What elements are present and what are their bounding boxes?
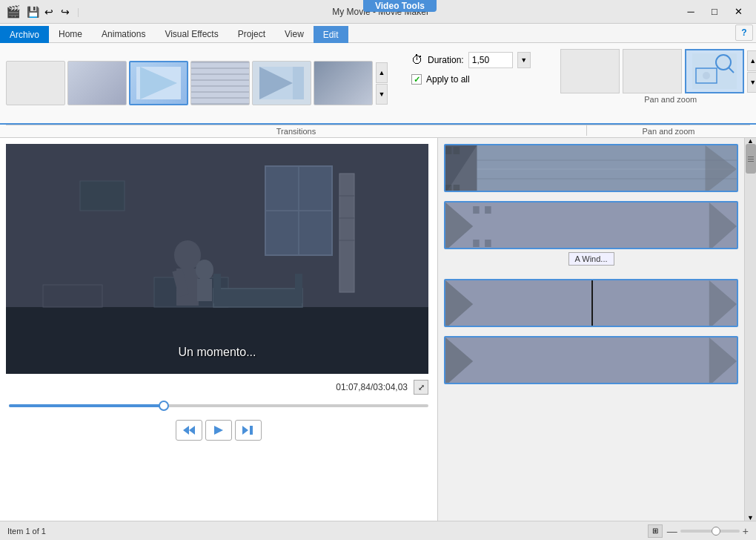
transition-none[interactable]	[6, 61, 65, 105]
svg-point-9	[703, 72, 710, 79]
scrollbar-down-arrow[interactable]: ▼	[745, 515, 756, 521]
ribbon-labels: Transitions Pan and zoom	[0, 125, 756, 138]
apply-all-checkbox[interactable]: ✓	[411, 74, 422, 85]
svg-rect-42	[445, 147, 451, 154]
status-text: Item 1 of 1	[7, 527, 642, 536]
panzoom-option2[interactable]	[623, 49, 682, 93]
svg-rect-45	[454, 185, 460, 192]
transition-selected[interactable]	[129, 61, 188, 105]
panzoom-selected[interactable]	[685, 49, 744, 93]
playhead-line	[591, 279, 593, 327]
progress-track[interactable]	[9, 404, 428, 407]
help-button[interactable]: ?	[735, 24, 753, 41]
scrollbar-up-arrow[interactable]: ▲	[745, 138, 756, 144]
status-bar: Item 1 of 1 ⊞ — +	[0, 521, 756, 540]
ribbon-scroll-down[interactable]: ▼	[376, 84, 388, 105]
status-grid-button[interactable]: ⊞	[648, 524, 663, 538]
quick-access-toolbar: 💾 ↩ ↪ |	[25, 4, 82, 19]
clip-bg-4	[445, 338, 737, 383]
video-scene	[6, 144, 428, 374]
scrollbar-thumb[interactable]	[746, 144, 756, 174]
duration-input[interactable]	[468, 52, 513, 68]
svg-rect-44	[454, 147, 460, 154]
svg-rect-26	[213, 274, 221, 303]
duration-dropdown[interactable]: ▼	[517, 52, 531, 68]
status-icons: ⊞ — +	[648, 524, 749, 538]
forward-button[interactable]	[235, 420, 262, 441]
panzoom-thumbs: ▲ ▼	[560, 49, 756, 93]
svg-marker-36	[214, 426, 223, 435]
panzoom-label: Pan and zoom	[644, 95, 697, 104]
svg-marker-34	[183, 426, 189, 435]
tab-visual-effects[interactable]: Visual Effects	[155, 25, 228, 42]
svg-rect-38	[250, 426, 253, 435]
minimize-button[interactable]: ─	[679, 1, 703, 22]
clip-wrapper-4	[444, 336, 738, 384]
zoom-slider: — +	[667, 525, 749, 537]
timeline-clip-3[interactable]	[444, 279, 738, 327]
timeline-clip-4[interactable]	[444, 336, 738, 384]
transition-fade[interactable]	[67, 61, 127, 105]
transition-dissolve[interactable]	[314, 61, 373, 105]
timeline-scrollbar[interactable]: ▲ ▼	[744, 138, 756, 521]
time-display: 01:07,84/03:04,03 ⤢	[6, 380, 431, 395]
window-controls: ─ □ ✕	[679, 1, 750, 22]
zoom-track[interactable]	[680, 530, 740, 533]
video-content: Un momento...	[6, 144, 428, 374]
rewind-button[interactable]	[176, 420, 202, 441]
undo-button[interactable]: ↩	[42, 4, 56, 19]
progress-fill	[9, 404, 164, 407]
svg-rect-56	[485, 240, 491, 247]
play-button[interactable]	[205, 420, 232, 441]
clip-wrapper-1	[444, 144, 738, 192]
duration-section: ⏱ Duration: ▼ ✓ Apply to all	[402, 46, 540, 120]
panzoom-scroll-down[interactable]: ▼	[747, 72, 756, 93]
timeline-clip-2[interactable]	[444, 201, 738, 249]
duration-icon: ⏱	[411, 53, 423, 67]
svg-rect-25	[213, 289, 302, 307]
video-frame: Un momento...	[6, 144, 428, 374]
transition-grid[interactable]	[190, 61, 250, 105]
ribbon-content: ▲ ▼ ⏱ Duration: ▼ ✓ Apply to all	[0, 43, 756, 125]
svg-rect-19	[339, 174, 354, 292]
progress-bar[interactable]	[6, 401, 431, 411]
apply-all-row[interactable]: ✓ Apply to all	[411, 74, 531, 85]
redo-button[interactable]: ↪	[58, 4, 73, 19]
tab-edit[interactable]: Edit	[314, 26, 348, 43]
ribbon-tabs: Archivo Home Animations Visual Effects P…	[0, 24, 756, 43]
svg-rect-53	[473, 206, 479, 214]
zoom-minus-button[interactable]: —	[667, 525, 677, 537]
panzoom-scroll: ▲ ▼	[747, 50, 756, 93]
close-button[interactable]: ✕	[726, 1, 750, 22]
check-icon: ✓	[414, 75, 420, 85]
svg-rect-54	[473, 240, 479, 247]
tab-project[interactable]: Project	[228, 25, 275, 42]
timeline-panel: A Wind...	[437, 138, 756, 521]
progress-thumb[interactable]	[159, 401, 169, 411]
panzoom-section-label: Pan and zoom	[587, 125, 750, 136]
transition-arrow[interactable]	[252, 61, 311, 105]
clip-waveform-2	[445, 202, 737, 249]
maximize-button[interactable]: □	[703, 1, 726, 22]
panzoom-scroll-up[interactable]: ▲	[747, 50, 756, 71]
panzoom-none[interactable]	[560, 49, 620, 93]
ribbon-scroll-up[interactable]: ▲	[376, 62, 388, 83]
timeline-clip-1[interactable]	[444, 144, 738, 192]
zoom-plus-button[interactable]: +	[743, 525, 749, 537]
playback-controls	[6, 417, 431, 444]
tab-archivo[interactable]: Archivo	[0, 26, 49, 43]
tab-view[interactable]: View	[275, 25, 314, 42]
svg-marker-35	[189, 426, 195, 435]
tab-home[interactable]: Home	[49, 25, 92, 42]
svg-rect-43	[445, 185, 451, 192]
clip-wrapper-2: A Wind...	[444, 201, 738, 249]
video-subtitle: Un momento...	[179, 346, 256, 359]
zoom-thumb[interactable]	[712, 527, 720, 536]
clip-bg-2	[445, 202, 737, 248]
caption-badge-2[interactable]: A Wind...	[568, 252, 614, 266]
ribbon-scroll: ▲ ▼	[376, 46, 388, 120]
timeline-clips: A Wind...	[438, 138, 756, 521]
save-button[interactable]: 💾	[25, 4, 40, 19]
expand-button[interactable]: ⤢	[414, 380, 428, 395]
tab-animations[interactable]: Animations	[92, 25, 155, 42]
